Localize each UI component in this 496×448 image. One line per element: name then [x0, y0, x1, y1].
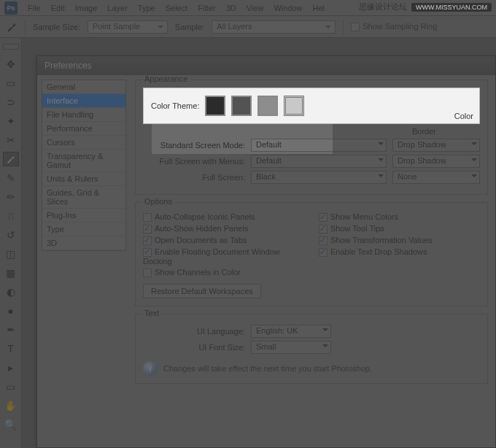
- appearance-group: Appearance Color Theme: Color x: [135, 80, 488, 195]
- screen-color-select[interactable]: Default: [251, 139, 387, 152]
- menu-layer[interactable]: Layer: [107, 4, 128, 12]
- category-guides-grid-slices[interactable]: Guides, Grid & Slices: [42, 186, 125, 209]
- color-subheader: Color: [454, 112, 473, 120]
- screen-mode-label: Standard Screen Mode:: [143, 141, 245, 150]
- info-icon: i: [143, 361, 158, 376]
- sample-size-select[interactable]: Point Sample: [88, 20, 168, 34]
- checkbox-icon: [319, 248, 328, 257]
- screen-color-select[interactable]: Default: [251, 155, 387, 168]
- divider: [25, 20, 26, 34]
- ui-font-select[interactable]: Small: [251, 341, 331, 354]
- menu-view[interactable]: View: [247, 4, 264, 12]
- category-plug-ins[interactable]: Plug-Ins: [42, 209, 125, 223]
- screen-border-select[interactable]: None: [392, 171, 480, 184]
- stamp-tool[interactable]: ⎍: [3, 209, 19, 223]
- marquee-tool[interactable]: ▭: [3, 76, 19, 90]
- checkbox-icon: [143, 248, 152, 257]
- screen-border-select[interactable]: Drop Shadow: [392, 139, 480, 152]
- menu-edit[interactable]: Edit: [51, 4, 65, 12]
- checkbox-icon: [143, 236, 152, 245]
- zoom-tool[interactable]: 🔍: [3, 417, 19, 432]
- options-bar: Sample Size: Point Sample Sample: All La…: [0, 16, 496, 38]
- category-general[interactable]: General: [42, 80, 125, 94]
- category-units-rulers[interactable]: Units & Rulers: [42, 172, 125, 186]
- menu-type[interactable]: Type: [138, 4, 155, 12]
- gradient-tool[interactable]: ▦: [3, 266, 19, 280]
- history-brush-tool[interactable]: ↺: [3, 228, 19, 242]
- option-show-transformation-values[interactable]: Show Transformation Values: [319, 236, 480, 245]
- option-auto-show-hidden-panels[interactable]: Auto-Show Hidden Panels: [143, 224, 304, 233]
- sample-size-label: Sample Size:: [33, 23, 80, 31]
- menu-window[interactable]: Window: [274, 4, 302, 12]
- category-3d[interactable]: 3D: [42, 236, 125, 250]
- menu-select[interactable]: Select: [166, 4, 188, 12]
- wand-tool[interactable]: ✦: [3, 114, 19, 128]
- type-tool[interactable]: T: [3, 341, 19, 356]
- eraser-tool[interactable]: ◫: [3, 247, 19, 261]
- ui-language-label: UI Language:: [143, 327, 245, 336]
- text-legend: Text: [142, 309, 162, 317]
- blur-tool[interactable]: ◐: [3, 285, 19, 299]
- dodge-tool[interactable]: ●: [3, 304, 19, 318]
- color-theme-label: Color Theme:: [151, 101, 199, 110]
- category-performance[interactable]: Performance: [42, 122, 125, 136]
- app-logo: Ps: [4, 1, 18, 15]
- option-show-channels-in-color[interactable]: Show Channels in Color: [143, 268, 304, 277]
- sample-label: Sample:: [175, 23, 204, 31]
- restore-workspaces-button[interactable]: Restore Default Workspaces: [143, 284, 261, 298]
- options-group: Options Auto-Collapse Iconic PanelsAuto-…: [135, 202, 488, 306]
- screen-color-select[interactable]: Black: [251, 171, 387, 184]
- show-sampling-ring[interactable]: Show Sampling Ring: [351, 22, 437, 31]
- menu-file[interactable]: File: [28, 4, 41, 12]
- category-cursors[interactable]: Cursors: [42, 136, 125, 150]
- crop-tool[interactable]: ✂: [3, 133, 19, 147]
- hand-tool[interactable]: ✋: [3, 398, 19, 413]
- menu-filter[interactable]: Filter: [198, 4, 215, 12]
- category-interface[interactable]: Interface: [42, 94, 125, 108]
- theme-swatch-light[interactable]: [257, 96, 278, 116]
- screen-border-select[interactable]: Drop Shadow: [392, 155, 480, 168]
- path-select-tool[interactable]: ▸: [3, 360, 19, 375]
- toolbox: ✥ ▭ ⊃ ✦ ✂ ✎ ✏ ⎍ ↺ ◫ ▦ ◐ ● ✒ T ▸ ▭ ✋ 🔍: [0, 38, 22, 448]
- sample-select[interactable]: All Layers: [212, 20, 336, 34]
- restart-notice: Changes will take effect the next time y…: [163, 364, 372, 373]
- option-show-menu-colors[interactable]: Show Menu Colors: [319, 212, 480, 222]
- menu-image[interactable]: Image: [75, 4, 98, 12]
- brush-tool[interactable]: ✏: [3, 190, 19, 204]
- category-file-handling[interactable]: File Handling: [42, 108, 125, 122]
- theme-swatch-lightest[interactable]: [284, 96, 304, 116]
- checkbox-icon: [143, 213, 152, 222]
- screen-mode-label: Full Screen:: [143, 173, 245, 182]
- option-auto-collapse-iconic-panels[interactable]: Auto-Collapse Iconic Panels: [143, 212, 304, 222]
- category-type[interactable]: Type: [42, 223, 125, 236]
- option-enable-floating-document-window-docking[interactable]: Enable Floating Document Window Docking: [143, 247, 304, 266]
- toolbox-grip[interactable]: [3, 44, 19, 50]
- menu-3d[interactable]: 3D: [226, 4, 236, 12]
- healing-tool[interactable]: ✎: [3, 171, 19, 185]
- color-theme-row: Color Theme: Color: [143, 88, 480, 124]
- screen-mode-label: Full Screen with Menus:: [143, 157, 245, 166]
- preferences-titlebar[interactable]: Preferences: [37, 56, 495, 75]
- option-open-documents-as-tabs[interactable]: Open Documents as Tabs: [143, 236, 304, 245]
- checkbox-icon: [319, 213, 328, 222]
- lasso-tool[interactable]: ⊃: [3, 95, 19, 109]
- eyedropper-tool[interactable]: [3, 152, 19, 166]
- option-show-tool-tips[interactable]: Show Tool Tips: [319, 224, 480, 233]
- eyedropper-icon: [6, 21, 18, 33]
- checkbox-icon: [319, 225, 328, 233]
- option-enable-text-drop-shadows[interactable]: Enable Text Drop Shadows: [319, 247, 480, 257]
- checkbox-icon: [143, 225, 152, 233]
- ui-font-label: UI Font Size:: [143, 343, 245, 352]
- move-tool[interactable]: ✥: [3, 57, 19, 72]
- watermark-text: 思缘设计论坛: [359, 1, 407, 12]
- category-transparency-gamut[interactable]: Transparency & Gamut: [42, 150, 125, 172]
- theme-swatch-dark[interactable]: [231, 96, 252, 116]
- pen-tool[interactable]: ✒: [3, 323, 19, 337]
- checkbox-icon: [143, 269, 152, 277]
- shape-tool[interactable]: ▭: [3, 379, 19, 394]
- theme-swatch-darkest[interactable]: [205, 96, 225, 116]
- menu-help[interactable]: Hel: [313, 4, 325, 12]
- options-legend: Options: [142, 197, 175, 206]
- text-group: Text UI Language: English: UK UI Font Si…: [135, 314, 488, 384]
- ui-language-select[interactable]: English: UK: [251, 325, 331, 338]
